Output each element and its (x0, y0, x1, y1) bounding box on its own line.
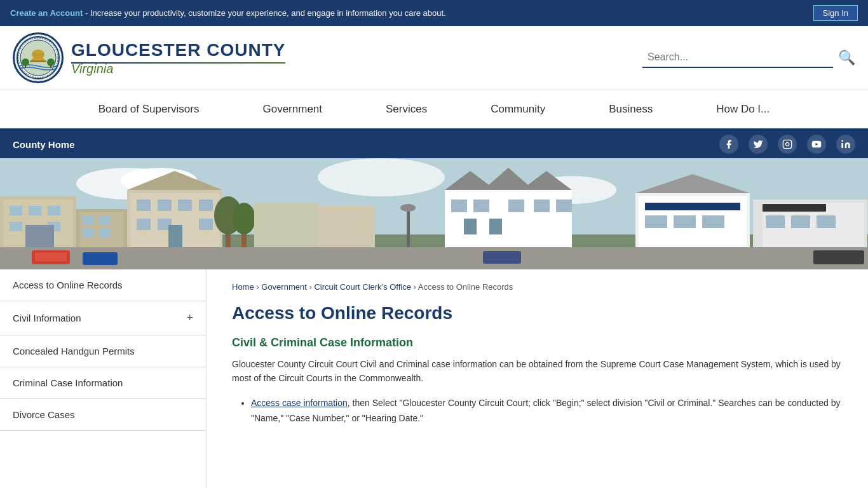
county-name-text: GLOUCESTER COUNTY Virginia (71, 39, 285, 76)
access-case-info-link[interactable]: Access case information (251, 398, 348, 408)
svg-rect-79 (791, 215, 810, 228)
banner-message: Create an Account - Increase your produc… (10, 8, 446, 18)
svg-rect-49 (168, 225, 182, 247)
svg-point-2 (32, 50, 44, 60)
sidebar-label-divorce: Divorce Cases (13, 409, 75, 420)
svg-rect-85 (83, 252, 118, 265)
sidebar-item-access-to-online-records[interactable]: Access to Online Records (0, 269, 206, 301)
top-banner: Create an Account - Increase your produc… (0, 0, 868, 26)
svg-rect-77 (763, 204, 826, 212)
svg-rect-61 (451, 200, 467, 212)
svg-rect-45 (199, 200, 213, 211)
nav-community[interactable]: Community (459, 90, 577, 128)
breadcrumb-clerk[interactable]: Circuit Court Clerk's Office (314, 282, 411, 292)
svg-rect-74 (702, 215, 724, 228)
svg-rect-36 (98, 215, 110, 224)
svg-rect-37 (83, 228, 94, 237)
sidebar-label-civil: Civil Information (13, 313, 81, 323)
svg-rect-43 (158, 200, 172, 211)
county-name: GLOUCESTER COUNTY (71, 39, 285, 61)
svg-rect-54 (254, 203, 318, 247)
svg-rect-71 (645, 203, 740, 210)
svg-rect-78 (766, 215, 785, 228)
svg-rect-35 (83, 215, 94, 224)
svg-rect-32 (25, 225, 54, 247)
youtube-icon[interactable] (807, 135, 826, 154)
sign-in-button[interactable]: Sign In (813, 5, 858, 21)
svg-rect-86 (483, 251, 521, 264)
search-input[interactable] (642, 48, 833, 68)
svg-rect-73 (674, 215, 696, 228)
nav-business[interactable]: Business (577, 90, 684, 128)
breadcrumb: Home › Government › Circuit Court Clerk'… (232, 282, 843, 292)
section-title: Civil & Criminal Case Information (232, 336, 843, 349)
nav-board-of-supervisors[interactable]: Board of Supervisors (67, 90, 231, 128)
breadcrumb-government[interactable]: Government (261, 282, 307, 292)
nav-government[interactable]: Government (231, 90, 354, 128)
breadcrumb-home[interactable]: Home (232, 282, 254, 292)
svg-rect-64 (534, 200, 550, 212)
nav-services[interactable]: Services (354, 90, 459, 128)
content-area: Home › Government › Circuit Court Clerk'… (207, 269, 868, 488)
svg-rect-87 (813, 250, 864, 264)
sidebar-item-concealed-handgun[interactable]: Concealed Handgun Permits (0, 336, 206, 367)
main-content: Access to Online Records Civil Informati… (0, 269, 868, 488)
svg-rect-10 (25, 65, 26, 68)
svg-rect-16 (841, 143, 843, 148)
nav-how-do-i[interactable]: How Do I... (684, 90, 801, 128)
site-header: GLOUCESTER COUNTY Virginia 🔍 (0, 26, 868, 90)
breadcrumb-current: Access to Online Records (418, 282, 513, 292)
bullet-list: Access case information, then Select "Gl… (232, 396, 843, 426)
sidebar-item-civil-information[interactable]: Civil Information + (0, 301, 206, 336)
secondary-nav: County Home (0, 130, 868, 158)
svg-rect-42 (137, 200, 151, 211)
logo-area: GLOUCESTER COUNTY Virginia (13, 32, 285, 83)
social-icons-container (719, 135, 855, 154)
svg-rect-29 (48, 206, 60, 215)
svg-rect-4 (30, 60, 46, 62)
svg-rect-55 (318, 206, 375, 247)
svg-rect-24 (0, 247, 868, 269)
sidebar-item-divorce-cases[interactable]: Divorce Cases (0, 399, 206, 431)
create-account-link[interactable]: Create an Account (10, 8, 83, 18)
section-body: Gloucester County Circuit Court Civil an… (232, 357, 843, 386)
sidebar-label-criminal: Criminal Case Information (13, 377, 123, 388)
sidebar-label-handgun: Concealed Handgun Permits (13, 346, 135, 356)
svg-rect-72 (645, 215, 667, 228)
bullet-item-1: Access case information, then Select "Gl… (251, 396, 843, 426)
svg-rect-66 (464, 219, 477, 234)
facebook-icon[interactable] (719, 135, 738, 154)
banner-text: - Increase your productivity, customize … (85, 8, 446, 18)
hero-image (0, 158, 868, 269)
sidebar-item-criminal-case[interactable]: Criminal Case Information (0, 367, 206, 399)
sidebar: Access to Online Records Civil Informati… (0, 269, 207, 488)
svg-rect-44 (178, 200, 192, 211)
svg-rect-67 (489, 219, 502, 234)
page-title: Access to Online Records (232, 303, 843, 323)
svg-point-21 (318, 158, 445, 196)
svg-rect-62 (473, 200, 489, 212)
svg-rect-38 (98, 228, 110, 237)
twitter-icon[interactable] (749, 135, 768, 154)
svg-rect-46 (137, 219, 151, 230)
county-home-link[interactable]: County Home (13, 139, 75, 150)
main-nav: Board of Supervisors Government Services… (0, 90, 868, 130)
svg-rect-84 (35, 252, 67, 261)
search-button[interactable]: 🔍 (838, 50, 855, 66)
breadcrumb-sep3: › (414, 282, 418, 292)
seal-svg (16, 36, 60, 80)
svg-point-53 (233, 203, 255, 234)
instagram-icon[interactable] (778, 135, 797, 154)
svg-rect-80 (817, 215, 836, 228)
svg-rect-11 (50, 65, 51, 68)
county-seal (13, 32, 64, 83)
linkedin-icon[interactable] (836, 135, 855, 154)
civil-information-expand-icon[interactable]: + (186, 311, 193, 325)
svg-rect-48 (199, 219, 213, 230)
svg-rect-13 (783, 140, 791, 148)
sidebar-label-access: Access to Online Records (13, 280, 123, 290)
svg-point-17 (841, 140, 843, 142)
svg-rect-81 (407, 209, 410, 247)
svg-rect-63 (508, 200, 524, 212)
svg-rect-65 (556, 200, 572, 212)
